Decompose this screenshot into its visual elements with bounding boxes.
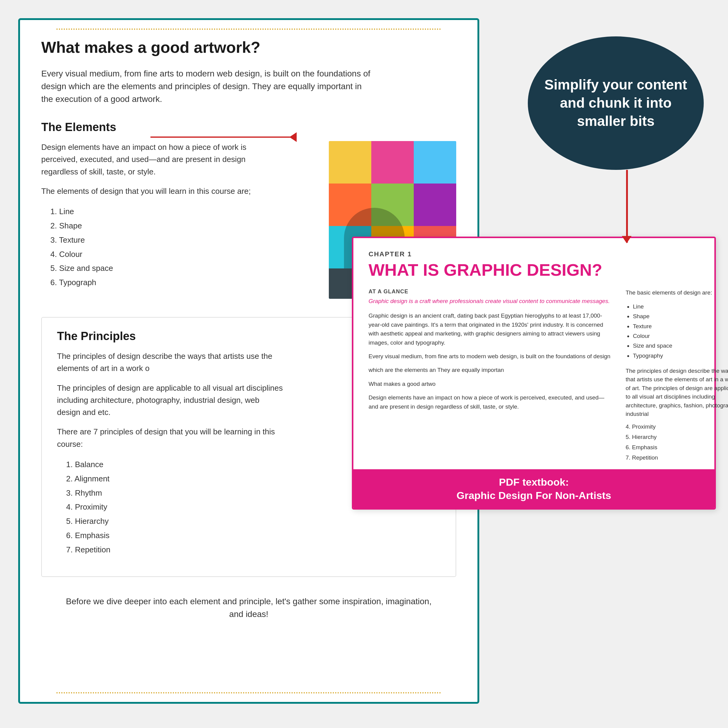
list-item: 4. Colour [50, 247, 317, 262]
pdf-bullet-item: Line [633, 302, 728, 312]
pdf-col-right: The basic elements of design are: Line S… [626, 289, 728, 463]
page-title: What makes a good artwork? [41, 38, 456, 57]
elements-text: Design elements have an impact on how a … [41, 141, 317, 299]
list-item: 6. Typograph [50, 275, 317, 290]
list-item: 3. Texture [50, 233, 317, 247]
pdf-body1: Graphic design is an ancient craft, dati… [369, 311, 610, 347]
pdf-body2b: which are the elements an They are equal… [369, 366, 610, 374]
pdf-bullet-item: Shape [633, 312, 728, 321]
list-item: 7. Repetition [626, 453, 728, 463]
pdf-bullet-item: Colour [633, 331, 728, 341]
pdf-two-col: AT A GLANCE Graphic design is a craft wh… [369, 289, 699, 463]
bubble-arrow-line [626, 170, 628, 243]
pdf-at-glance-text: Graphic design is a craft where professi… [369, 297, 610, 306]
pdf-bullet-item: Typography [633, 351, 728, 361]
callout-bubble: Simplify your content and chunk it into … [528, 37, 704, 170]
pdf-extra-list: 4. Proximity 5. Hierarchy 6. Emphasis 7.… [626, 422, 728, 463]
pdf-card: CHAPTER 1 WHAT IS GRAPHIC DESIGN? AT A G… [352, 237, 716, 509]
list-item: 5. Hierarchy [626, 432, 728, 442]
closing-text: Before we dive deeper into each element … [41, 595, 456, 621]
pdf-right-intro: The basic elements of design are: [626, 289, 728, 297]
elements-list: 1. Line 2. Shape 3. Texture 4. Colour 5.… [41, 205, 317, 290]
principles-text1: The principles of design describe the wa… [57, 350, 284, 375]
pdf-label-text: PDF textbook: Graphic Design For Non-Art… [366, 475, 702, 502]
list-item: 1. Line [50, 205, 317, 219]
arrow-line [150, 136, 296, 138]
dotted-line-bottom [57, 692, 441, 693]
list-item: 6. Emphasis [626, 442, 728, 453]
pdf-col-left: AT A GLANCE Graphic design is a craft wh… [369, 289, 610, 463]
list-item: 2. Shape [50, 219, 317, 233]
page-intro: Every visual medium, from fine arts to m… [41, 67, 375, 106]
pdf-body2: Every visual medium, from fine arts to m… [369, 352, 610, 361]
dotted-line-top [57, 29, 441, 30]
list-item: 4. Proximity [626, 422, 728, 432]
principles-text3: There are 7 principles of design that yo… [57, 425, 284, 450]
pdf-principles-text: The principles of design describe the wa… [626, 367, 728, 419]
pdf-bullet-item: Texture [633, 321, 728, 331]
elements-text1: Design elements have an impact on how a … [41, 141, 269, 178]
pdf-title: WHAT IS GRAPHIC DESIGN? [369, 260, 699, 279]
pdf-bullet-list: Line Shape Texture Colour Size and space… [626, 302, 728, 361]
list-item: 7. Repetition [66, 543, 440, 557]
list-item: 5. Size and space [50, 261, 317, 275]
pdf-bullet-item: Size and space [633, 341, 728, 351]
pdf-at-glance-label: AT A GLANCE [369, 289, 610, 295]
elements-title: The Elements [41, 121, 456, 134]
pdf-chapter: CHAPTER 1 [369, 250, 699, 258]
pdf-body3: What makes a good artwo [369, 379, 610, 388]
elements-text2: The elements of design that you will lea… [41, 185, 269, 197]
list-item: 6. Emphasis [66, 528, 440, 543]
list-item: 5. Hierarchy [66, 514, 440, 528]
callout-bubble-text: Simplify your content and chunk it into … [528, 64, 704, 142]
pdf-label-banner: PDF textbook: Graphic Design For Non-Art… [353, 469, 714, 508]
principles-text2: The principles of design are applicable … [57, 382, 284, 419]
pdf-body3b: Design elements have an impact on how a … [369, 393, 610, 411]
